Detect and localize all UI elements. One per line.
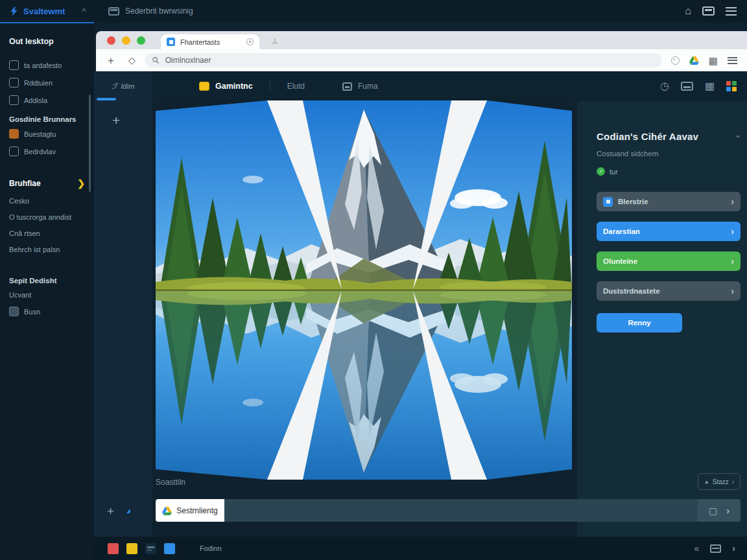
prompt-input[interactable] xyxy=(224,499,698,522)
tab-label: Elutd xyxy=(287,82,305,91)
chevron-right-icon: › xyxy=(731,286,734,296)
sidebar-item[interactable]: Cnâ rtsen xyxy=(0,225,94,241)
sidebar-item[interactable]: Behrch ist palsn xyxy=(0,241,94,257)
chevron-down-icon[interactable]: › xyxy=(733,135,744,138)
tab-generate[interactable]: Gamintnc xyxy=(199,82,253,91)
redo-swoosh-icon[interactable]: ◗ xyxy=(124,505,135,517)
sidebar-item-label: Bedrdvlav xyxy=(24,148,56,156)
browser-toolbar: + ◇ Oimlnoxlnaer ▦ xyxy=(96,49,747,71)
pinned-tab-icon[interactable]: ⊥ xyxy=(271,36,278,45)
sidebar-item[interactable]: Cesko xyxy=(0,192,94,209)
composer-plus-icon[interactable]: + xyxy=(107,504,114,519)
sidebar-section-toggle[interactable]: Bruhfiae ❯ xyxy=(9,178,85,189)
sidebar-item-label: Cnâ rtsen xyxy=(9,229,40,237)
action-button-3[interactable]: Olunteine › xyxy=(597,251,741,271)
blue-app-icon xyxy=(603,197,613,207)
panel-status: ✓ tur xyxy=(597,167,618,176)
tab-build[interactable]: Elutd xyxy=(287,82,305,91)
collapse-sidebar-icon[interactable]: ^ xyxy=(82,7,86,15)
photo-canvas xyxy=(156,100,572,480)
attach-drive-button[interactable]: Sestrnlientg xyxy=(156,499,224,522)
stack-icon[interactable] xyxy=(710,544,721,553)
window-title: Sederbrit bwrwsinig xyxy=(125,6,193,16)
modules-icon xyxy=(9,78,19,88)
panel-title: Codian's Cihér Aavav xyxy=(597,131,698,142)
app-brand[interactable]: Svaltewmt ^ xyxy=(0,0,94,22)
tab-favicon-icon xyxy=(167,38,175,46)
address-bar[interactable]: Oimlnoxlnaer xyxy=(145,53,662,67)
sidebar-item-label: O tuscrorga anndist xyxy=(9,213,71,221)
chevron-right-icon: ❯ xyxy=(77,178,85,189)
maximize-window-button[interactable] xyxy=(137,36,145,45)
windows-colors-icon[interactable] xyxy=(726,81,737,91)
sidebar-item[interactable]: Buestagtu xyxy=(0,125,94,143)
send-chevron-icon[interactable]: › xyxy=(726,506,729,516)
apps-grid-icon[interactable]: ▦ xyxy=(709,56,718,65)
action-button-4[interactable]: Duststrdnastete › xyxy=(597,281,741,301)
menu-icon[interactable] xyxy=(726,7,737,16)
status-dot-icon: ✓ xyxy=(597,167,605,176)
red-swatch[interactable] xyxy=(108,543,119,554)
next-icon[interactable]: › xyxy=(732,543,735,554)
home-icon[interactable]: ⌂ xyxy=(685,6,691,16)
mini-button-label: Stazz xyxy=(713,478,729,485)
browser-menu-icon[interactable] xyxy=(728,57,737,64)
basket-icon xyxy=(9,129,19,139)
tab-label: Fuma xyxy=(358,82,378,91)
status-bar: Fodinn « › xyxy=(94,537,747,560)
new-tab-icon[interactable]: + xyxy=(108,55,114,66)
photo-caption: Soasttiln xyxy=(156,478,185,487)
chevron-right-icon: › xyxy=(732,478,734,485)
tab-separator xyxy=(270,81,270,91)
action-button-1[interactable]: Blerstrie › xyxy=(597,192,741,211)
sidebar-item[interactable]: Addisla xyxy=(0,91,94,109)
grid-view-icon[interactable]: ▦ xyxy=(705,81,715,91)
panel-yellow-icon xyxy=(199,82,209,91)
calendar-icon xyxy=(9,146,19,156)
tab-film[interactable]: ℱ ldim xyxy=(94,71,152,101)
sidebar-item-label: Ucvant xyxy=(9,291,31,299)
tab-audio-icon xyxy=(246,38,254,45)
share-mini-button[interactable]: ▲ Stazz › xyxy=(698,473,741,490)
yellow-swatch[interactable] xyxy=(126,543,137,554)
card-icon xyxy=(9,95,19,105)
script-f-icon: ℱ xyxy=(112,82,117,91)
drive-triangle-icon xyxy=(162,506,172,515)
sidebar-item[interactable]: Ucvant xyxy=(0,286,94,303)
content-left-rail: + + ◗ xyxy=(94,101,152,537)
stop-square-icon[interactable]: ▢ xyxy=(709,506,717,516)
sidebar-item-label: Rddtuien xyxy=(24,79,53,87)
sidebar-item[interactable]: O tuscrorga anndist xyxy=(0,209,94,225)
sidebar-item-label: Addisla xyxy=(24,97,47,104)
sidebar-item[interactable]: Rddtuien xyxy=(0,74,94,91)
blue-swatch[interactable] xyxy=(164,543,175,554)
minimize-window-button[interactable] xyxy=(122,36,130,45)
search-icon xyxy=(152,56,160,64)
chevron-right-icon: › xyxy=(731,196,734,207)
profile-icon[interactable] xyxy=(671,56,680,65)
composer-controls: ▢ › xyxy=(698,499,741,522)
tabs-overview-icon[interactable] xyxy=(702,6,715,16)
primary-button[interactable]: Renny xyxy=(597,313,682,332)
layers-icon[interactable] xyxy=(145,543,156,554)
history-clock-icon[interactable]: ◷ xyxy=(660,81,669,91)
chevron-right-icon: › xyxy=(731,226,734,237)
sidebar-scrollbar[interactable] xyxy=(89,95,91,192)
close-window-button[interactable] xyxy=(107,36,115,45)
tab-frames[interactable]: Fuma xyxy=(342,82,378,91)
status-label: tur xyxy=(610,168,618,176)
action-label: Blerstrie xyxy=(618,198,648,205)
drive-extension-icon[interactable] xyxy=(689,56,699,65)
action-button-2[interactable]: Dararstian › xyxy=(597,222,741,241)
browser-tab[interactable]: Fhantertasts xyxy=(161,34,259,49)
action-label: Duststrdnastete xyxy=(603,287,660,295)
sidebar-item[interactable]: ta ardafesto xyxy=(0,56,94,74)
add-item-icon[interactable]: + xyxy=(112,113,120,128)
mountain-icon: ▲ xyxy=(704,479,709,485)
sidebar-item[interactable]: Bedrdvlav xyxy=(0,143,94,160)
collapse-left-icon[interactable]: « xyxy=(694,543,700,554)
app-logo-icon xyxy=(9,6,19,16)
media-card-icon[interactable] xyxy=(681,82,693,91)
shield-icon[interactable]: ◇ xyxy=(128,56,136,65)
sidebar-item[interactable]: Busn xyxy=(0,303,94,320)
